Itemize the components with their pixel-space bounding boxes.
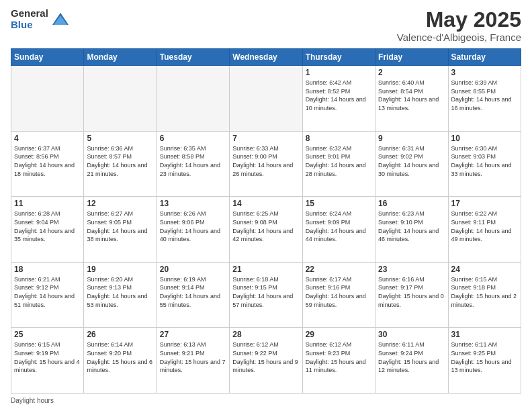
- cell-w1-d0: 4Sunrise: 6:37 AM Sunset: 8:56 PM Daylig…: [11, 131, 84, 197]
- week-row-2: 11Sunrise: 6:28 AM Sunset: 9:04 PM Dayli…: [11, 197, 521, 263]
- day-number: 13: [160, 199, 226, 208]
- day-info: Sunrise: 6:11 AM Sunset: 9:24 PM Dayligh…: [378, 340, 445, 374]
- cell-w4-d5: 30Sunrise: 6:11 AM Sunset: 9:24 PM Dayli…: [375, 328, 448, 394]
- day-number: 29: [306, 330, 372, 339]
- cell-w2-d1: 12Sunrise: 6:27 AM Sunset: 9:05 PM Dayli…: [84, 197, 157, 263]
- day-number: 7: [232, 134, 299, 143]
- day-number: 24: [451, 265, 518, 274]
- cell-w1-d2: 6Sunrise: 6:35 AM Sunset: 8:58 PM Daylig…: [157, 131, 229, 197]
- day-info: Sunrise: 6:16 AM Sunset: 9:17 PM Dayligh…: [378, 275, 445, 309]
- day-number: 22: [306, 265, 372, 274]
- col-thursday: Thursday: [302, 49, 375, 66]
- day-info: Sunrise: 6:30 AM Sunset: 9:03 PM Dayligh…: [451, 144, 518, 178]
- cell-w1-d4: 8Sunrise: 6:32 AM Sunset: 9:01 PM Daylig…: [302, 131, 375, 197]
- day-info: Sunrise: 6:14 AM Sunset: 9:20 PM Dayligh…: [87, 340, 153, 374]
- day-number: 11: [14, 199, 81, 208]
- day-info: Sunrise: 6:15 AM Sunset: 9:18 PM Dayligh…: [451, 275, 518, 309]
- col-wednesday: Wednesday: [230, 49, 302, 66]
- day-info: Sunrise: 6:27 AM Sunset: 9:05 PM Dayligh…: [87, 210, 153, 243]
- header: General Blue May 2025 Valence-d'Albigeoi…: [11, 8, 521, 43]
- day-number: 19: [87, 265, 153, 274]
- day-info: Sunrise: 6:20 AM Sunset: 9:13 PM Dayligh…: [87, 275, 153, 309]
- day-info: Sunrise: 6:40 AM Sunset: 8:54 PM Dayligh…: [378, 79, 445, 112]
- day-number: 10: [451, 134, 518, 143]
- day-number: 5: [87, 134, 153, 143]
- cell-w2-d6: 17Sunrise: 6:22 AM Sunset: 9:11 PM Dayli…: [448, 197, 521, 263]
- day-number: 16: [378, 199, 445, 208]
- day-number: 23: [378, 265, 445, 274]
- cell-w4-d0: 25Sunrise: 6:15 AM Sunset: 9:19 PM Dayli…: [11, 328, 84, 394]
- cell-w0-d0: [11, 66, 84, 132]
- cell-w1-d5: 9Sunrise: 6:31 AM Sunset: 9:02 PM Daylig…: [375, 131, 448, 197]
- day-number: 1: [306, 68, 372, 77]
- day-number: 21: [232, 265, 299, 274]
- cell-w0-d6: 3Sunrise: 6:39 AM Sunset: 8:55 PM Daylig…: [448, 66, 521, 132]
- day-number: 26: [87, 330, 153, 339]
- day-number: 15: [306, 199, 372, 208]
- cell-w4-d1: 26Sunrise: 6:14 AM Sunset: 9:20 PM Dayli…: [84, 328, 157, 394]
- cell-w4-d3: 28Sunrise: 6:12 AM Sunset: 9:22 PM Dayli…: [230, 328, 302, 394]
- col-saturday: Saturday: [448, 49, 521, 66]
- footer: Daylight hours: [11, 397, 521, 404]
- cell-w3-d6: 24Sunrise: 6:15 AM Sunset: 9:18 PM Dayli…: [448, 262, 521, 328]
- day-number: 20: [160, 265, 226, 274]
- calendar-table: Sunday Monday Tuesday Wednesday Thursday…: [11, 48, 521, 394]
- month-title: May 2025: [397, 8, 521, 32]
- day-info: Sunrise: 6:33 AM Sunset: 9:00 PM Dayligh…: [232, 144, 299, 178]
- day-number: 31: [451, 330, 518, 339]
- cell-w2-d0: 11Sunrise: 6:28 AM Sunset: 9:04 PM Dayli…: [11, 197, 84, 263]
- day-info: Sunrise: 6:17 AM Sunset: 9:16 PM Dayligh…: [306, 275, 372, 309]
- col-tuesday: Tuesday: [157, 49, 229, 66]
- day-number: 14: [232, 199, 299, 208]
- cell-w3-d1: 19Sunrise: 6:20 AM Sunset: 9:13 PM Dayli…: [84, 262, 157, 328]
- week-row-4: 25Sunrise: 6:15 AM Sunset: 9:19 PM Dayli…: [11, 328, 521, 394]
- day-info: Sunrise: 6:32 AM Sunset: 9:01 PM Dayligh…: [306, 144, 372, 178]
- day-number: 18: [14, 265, 81, 274]
- cell-w3-d3: 21Sunrise: 6:18 AM Sunset: 9:15 PM Dayli…: [230, 262, 302, 328]
- calendar-header: Sunday Monday Tuesday Wednesday Thursday…: [11, 49, 521, 66]
- day-info: Sunrise: 6:26 AM Sunset: 9:06 PM Dayligh…: [160, 210, 226, 243]
- cell-w4-d4: 29Sunrise: 6:12 AM Sunset: 9:23 PM Dayli…: [302, 328, 375, 394]
- logo-icon: [51, 10, 70, 29]
- cell-w0-d3: [230, 66, 302, 132]
- cell-w1-d3: 7Sunrise: 6:33 AM Sunset: 9:00 PM Daylig…: [230, 131, 302, 197]
- cell-w2-d4: 15Sunrise: 6:24 AM Sunset: 9:09 PM Dayli…: [302, 197, 375, 263]
- cell-w3-d5: 23Sunrise: 6:16 AM Sunset: 9:17 PM Dayli…: [375, 262, 448, 328]
- week-row-3: 18Sunrise: 6:21 AM Sunset: 9:12 PM Dayli…: [11, 262, 521, 328]
- day-info: Sunrise: 6:19 AM Sunset: 9:14 PM Dayligh…: [160, 275, 226, 309]
- day-info: Sunrise: 6:12 AM Sunset: 9:22 PM Dayligh…: [232, 340, 299, 374]
- col-sunday: Sunday: [11, 49, 84, 66]
- cell-w4-d6: 31Sunrise: 6:11 AM Sunset: 9:25 PM Dayli…: [448, 328, 521, 394]
- day-number: 27: [160, 330, 226, 339]
- day-number: 28: [232, 330, 299, 339]
- day-number: 25: [14, 330, 81, 339]
- day-info: Sunrise: 6:18 AM Sunset: 9:15 PM Dayligh…: [232, 275, 299, 309]
- day-info: Sunrise: 6:21 AM Sunset: 9:12 PM Dayligh…: [14, 275, 81, 309]
- day-info: Sunrise: 6:11 AM Sunset: 9:25 PM Dayligh…: [451, 340, 518, 374]
- day-info: Sunrise: 6:12 AM Sunset: 9:23 PM Dayligh…: [306, 340, 372, 374]
- day-number: 8: [306, 134, 372, 143]
- day-info: Sunrise: 6:22 AM Sunset: 9:11 PM Dayligh…: [451, 210, 518, 243]
- week-row-1: 4Sunrise: 6:37 AM Sunset: 8:56 PM Daylig…: [11, 131, 521, 197]
- day-number: 6: [160, 134, 226, 143]
- cell-w3-d0: 18Sunrise: 6:21 AM Sunset: 9:12 PM Dayli…: [11, 262, 84, 328]
- day-number: 30: [378, 330, 445, 339]
- day-info: Sunrise: 6:39 AM Sunset: 8:55 PM Dayligh…: [451, 79, 518, 112]
- logo-general: General: [11, 8, 48, 19]
- cell-w3-d4: 22Sunrise: 6:17 AM Sunset: 9:16 PM Dayli…: [302, 262, 375, 328]
- logo-text: General Blue: [11, 8, 48, 30]
- cell-w2-d2: 13Sunrise: 6:26 AM Sunset: 9:06 PM Dayli…: [157, 197, 229, 263]
- day-number: 4: [14, 134, 81, 143]
- day-info: Sunrise: 6:25 AM Sunset: 9:08 PM Dayligh…: [232, 210, 299, 243]
- title-block: May 2025 Valence-d'Albigeois, France: [397, 8, 521, 43]
- cell-w0-d5: 2Sunrise: 6:40 AM Sunset: 8:54 PM Daylig…: [375, 66, 448, 132]
- day-info: Sunrise: 6:15 AM Sunset: 9:19 PM Dayligh…: [14, 340, 81, 374]
- day-info: Sunrise: 6:35 AM Sunset: 8:58 PM Dayligh…: [160, 144, 226, 178]
- day-info: Sunrise: 6:42 AM Sunset: 8:52 PM Dayligh…: [306, 79, 372, 112]
- day-number: 2: [378, 68, 445, 77]
- day-number: 12: [87, 199, 153, 208]
- logo-blue: Blue: [11, 19, 48, 31]
- cell-w1-d6: 10Sunrise: 6:30 AM Sunset: 9:03 PM Dayli…: [448, 131, 521, 197]
- cell-w1-d1: 5Sunrise: 6:36 AM Sunset: 8:57 PM Daylig…: [84, 131, 157, 197]
- cell-w2-d5: 16Sunrise: 6:23 AM Sunset: 9:10 PM Dayli…: [375, 197, 448, 263]
